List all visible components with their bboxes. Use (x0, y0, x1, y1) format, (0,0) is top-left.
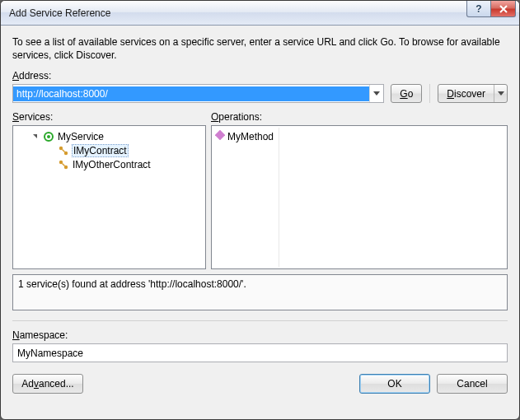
address-input[interactable] (13, 86, 369, 101)
help-icon: ? (475, 3, 481, 15)
help-button[interactable]: ? (466, 1, 491, 17)
window-title: Add Service Reference (9, 7, 110, 19)
svg-point-1 (47, 135, 50, 138)
address-dropdown-button[interactable] (369, 85, 383, 102)
client-area: To see a list of available services on a… (1, 26, 519, 419)
window-buttons: ? (466, 1, 516, 17)
tree-contract-node[interactable]: IMyOtherContract (16, 157, 204, 171)
namespace-label: Namespace: (12, 329, 508, 341)
namespace-input[interactable] (12, 343, 508, 362)
dialog-window: Add Service Reference ? To see a list of… (0, 0, 520, 420)
close-icon (499, 5, 508, 13)
operation-item[interactable]: MyMethod (213, 129, 277, 143)
status-text: 1 service(s) found at address 'http://lo… (18, 278, 246, 290)
discover-split-button[interactable]: Discover (438, 84, 508, 103)
go-button[interactable]: Go (391, 84, 422, 103)
separator (429, 84, 430, 103)
cancel-button[interactable]: Cancel (437, 374, 508, 394)
contract-icon (57, 144, 70, 157)
address-label: Address: (12, 70, 508, 82)
discover-dropdown[interactable] (494, 85, 507, 102)
tree-node-label: MyService (58, 131, 104, 142)
tree-service-node[interactable]: MyService (16, 129, 204, 143)
tree-node-label: IMyOtherContract (73, 159, 151, 170)
close-button[interactable] (491, 1, 516, 17)
status-box: 1 service(s) found at address 'http://lo… (12, 274, 508, 310)
svg-line-4 (63, 149, 65, 152)
service-icon (42, 130, 55, 143)
svg-line-7 (63, 163, 65, 166)
method-icon (215, 130, 225, 142)
svg-rect-8 (215, 130, 225, 140)
operations-list[interactable]: MyMethod (211, 125, 508, 269)
ok-button[interactable]: OK (359, 374, 430, 394)
operations-label: Operations: (211, 111, 508, 123)
advanced-button[interactable]: Advanced... (12, 374, 83, 394)
tree-contract-node[interactable]: IMyContract (16, 143, 204, 157)
services-tree[interactable]: MyService IMyContract (12, 125, 206, 269)
separator (12, 320, 508, 321)
instructions-text: To see a list of available services on a… (12, 35, 508, 62)
titlebar[interactable]: Add Service Reference ? (1, 1, 519, 26)
discover-button-main[interactable]: Discover (438, 88, 494, 100)
operation-label: MyMethod (227, 131, 274, 142)
address-combobox[interactable] (12, 84, 384, 103)
tree-node-label: IMyContract (72, 144, 129, 157)
chevron-down-icon (498, 91, 504, 96)
contract-icon (57, 158, 70, 171)
chevron-down-icon (373, 91, 380, 96)
expand-collapse-icon[interactable] (30, 134, 40, 138)
services-label: Services: (12, 111, 206, 123)
